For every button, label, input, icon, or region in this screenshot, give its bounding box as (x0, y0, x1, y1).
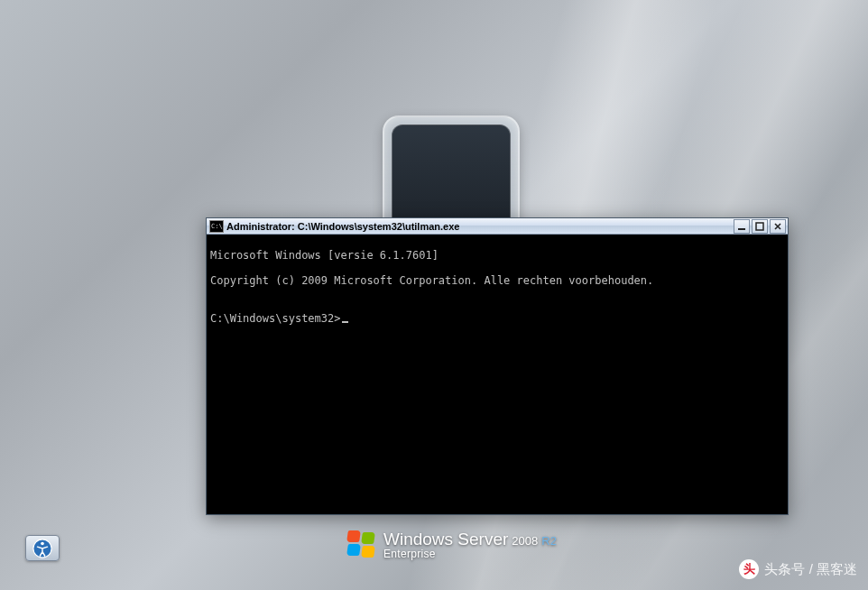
product-year: 2008 (512, 535, 538, 548)
maximize-button[interactable] (752, 219, 768, 234)
watermark-logo-icon: 头 (739, 559, 759, 579)
terminal-output[interactable]: Microsoft Windows [versie 6.1.7601] Copy… (207, 235, 788, 514)
close-icon (773, 222, 782, 231)
product-name: Windows Server (383, 530, 508, 549)
product-suffix: R2 (541, 535, 557, 548)
ease-of-access-button[interactable] (25, 535, 60, 561)
cursor-icon (342, 321, 348, 323)
os-branding: Windows Server 2008 R2 Enterprise (347, 530, 557, 560)
svg-point-3 (41, 541, 44, 545)
maximize-icon (755, 222, 764, 231)
minimize-button[interactable] (734, 219, 750, 234)
terminal-prompt-line: C:\Windows\system32> (210, 312, 784, 325)
cmd-icon: C:\ (209, 220, 224, 233)
window-title: Administrator: C:\Windows\system32\utilm… (226, 221, 734, 232)
command-prompt-window[interactable]: C:\ Administrator: C:\Windows\system32\u… (206, 217, 789, 515)
terminal-line: Copyright (c) 2009 Microsoft Corporation… (210, 274, 784, 287)
window-titlebar[interactable]: C:\ Administrator: C:\Windows\system32\u… (207, 218, 788, 235)
minimize-icon (737, 222, 746, 231)
windows-logo-icon (347, 530, 376, 559)
terminal-prompt: C:\Windows\system32> (210, 312, 341, 325)
terminal-line: Microsoft Windows [versie 6.1.7601] (210, 249, 784, 262)
svg-rect-1 (756, 223, 763, 230)
ease-of-access-icon (32, 539, 52, 558)
close-button[interactable] (770, 219, 786, 234)
product-edition: Enterprise (383, 549, 557, 560)
branding-text: Windows Server 2008 R2 Enterprise (383, 530, 557, 560)
window-controls (734, 218, 788, 234)
svg-rect-0 (738, 228, 745, 230)
watermark-text: 头条号 / 黑客迷 (764, 561, 857, 578)
watermark: 头 头条号 / 黑客迷 (739, 559, 857, 579)
